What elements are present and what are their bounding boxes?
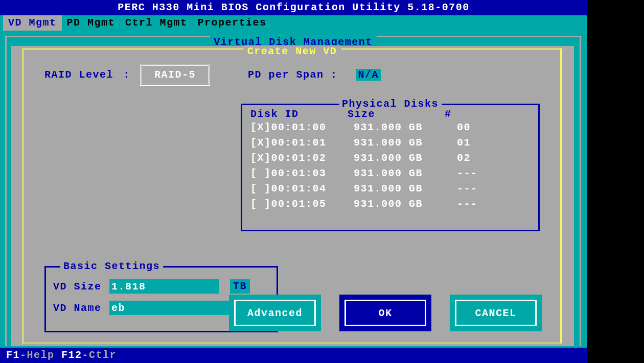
vd-size-input[interactable] [109,279,219,294]
advanced-button-label: Advanced [234,300,316,326]
pd-cell-size: 931.000 GB [354,120,457,135]
title-bar: PERC H330 Mini BIOS Configuration Utilit… [0,0,587,15]
vd-management-frame: Virtual Disk Management Create New VD RA… [0,31,587,348]
advanced-button[interactable]: Advanced [229,295,321,331]
help-key-f1: F1 [6,349,20,361]
basic-settings-title: Basic Settings [60,260,163,272]
raid-level-label: RAID Level [44,69,113,81]
vd-name-input[interactable] [109,301,244,315]
panel-title: Create New VD [243,45,341,57]
pd-cell-size: 931.000 GB [354,181,457,197]
pd-cell-size: 931.000 GB [354,151,457,166]
pd-cell-size: 931.000 GB [354,135,457,151]
physical-disks-box: Physical Disks Disk ID Size # [X]00:01:0… [241,104,540,231]
physical-disk-row[interactable]: [X]00:01:00931.000 GB00 [250,120,530,135]
physical-disk-row[interactable]: [X]00:01:02931.000 GB02 [250,151,530,166]
help-text-ctlr: -Ctlr [82,349,117,361]
menu-vd-mgmt[interactable]: VD Mgmt [3,15,62,31]
menu-pd-mgmt[interactable]: PD Mgmt [62,15,121,31]
physical-disks-header: Disk ID Size # [250,108,530,120]
pd-cell-id: [X]00:01:00 [250,120,354,135]
help-key-f12: F12 [61,349,82,361]
pd-cell-num: 02 [457,151,493,166]
pd-col-num: # [445,108,452,120]
ok-button-label: OK [344,300,426,326]
menu-ctrl-mgmt[interactable]: Ctrl Mgmt [120,15,193,31]
pd-cell-num: 01 [457,135,493,151]
vd-name-label: VD Name [53,302,109,314]
pd-cell-num: --- [457,166,493,181]
pd-cell-num: --- [457,181,493,197]
physical-disks-title: Physical Disks [339,98,442,110]
physical-disk-row[interactable]: [ ]00:01:04931.000 GB--- [250,181,530,197]
pd-cell-size: 931.000 GB [354,197,457,212]
pd-per-span-value[interactable]: N/A [356,69,381,81]
pd-cell-size: 931.000 GB [354,166,457,181]
pd-cell-id: [ ]00:01:05 [250,197,354,212]
help-bar: F1-Help F12-Ctlr [0,348,587,363]
vd-size-label: VD Size [53,281,109,293]
pd-cell-id: [ ]00:01:03 [250,166,354,181]
physical-disk-row[interactable]: [ ]00:01:05931.000 GB--- [250,197,530,212]
pd-cell-id: [X]00:01:01 [250,135,354,151]
pd-col-size: Size [348,108,445,120]
physical-disk-row[interactable]: [ ]00:01:03931.000 GB--- [250,166,530,181]
ok-button[interactable]: OK [339,295,431,331]
pd-cell-id: [ ]00:01:04 [250,181,354,197]
pd-col-disk-id: Disk ID [250,108,348,120]
menu-bar: VD Mgmt PD Mgmt Ctrl Mgmt Properties [0,15,587,31]
vd-size-unit[interactable]: TB [230,279,250,294]
cancel-button[interactable]: CANCEL [450,295,542,331]
menu-properties[interactable]: Properties [193,15,272,31]
pd-cell-num: 00 [457,120,493,135]
pd-cell-num: --- [457,197,493,212]
pd-per-span-label: PD per Span : [248,69,338,81]
pd-cell-id: [X]00:01:02 [250,151,354,166]
cancel-button-label: CANCEL [455,300,537,326]
raid-level-selector[interactable]: RAID-5 [140,64,210,86]
create-new-vd-panel: Create New VD RAID Level : RAID-5 PD per… [11,46,574,346]
raid-separator: : [121,69,133,81]
physical-disk-row[interactable]: [X]00:01:01931.000 GB01 [250,135,530,151]
help-text-help: -Help [20,349,61,361]
